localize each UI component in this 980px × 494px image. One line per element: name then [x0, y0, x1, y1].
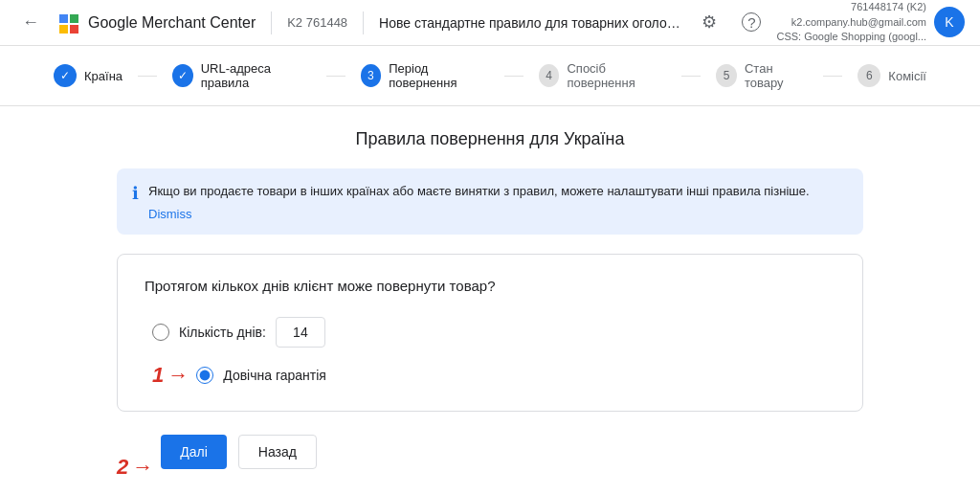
step-url[interactable]: ✓ URL-адреса правила: [157, 61, 326, 90]
step-connector-3: [504, 76, 523, 77]
annotation-1-arrow: →: [167, 363, 189, 388]
step-circle-1: ✓: [54, 64, 77, 87]
step-country[interactable]: ✓ Країна: [38, 64, 138, 87]
svg-rect-3: [70, 25, 78, 34]
info-banner-text: Якщо ви продаєте товари в інших країнах …: [148, 182, 810, 201]
form-card: Протягом кількох днів клієнт може поверн…: [117, 254, 863, 412]
option-days-label: Кількість днів:: [179, 325, 266, 340]
radio-lifetime[interactable]: [196, 367, 213, 384]
step-circle-3: 3: [361, 64, 382, 87]
lifetime-option-row: 1 → Довічна гарантія: [152, 363, 835, 388]
page-title-header: Нове стандартне правило для товарних ого…: [379, 15, 680, 31]
annotation-2-block: 2 →: [117, 455, 153, 480]
annotation-2-label: 2: [117, 455, 128, 480]
back-icon: ←: [22, 12, 39, 33]
next-button[interactable]: Далі: [161, 435, 227, 469]
step-circle-4: 4: [539, 64, 560, 87]
back-button-form[interactable]: Назад: [238, 435, 317, 469]
header-divider: [271, 11, 272, 34]
action-row: Далі Назад: [161, 435, 317, 469]
step-connector-1: [138, 76, 157, 77]
google-shopping-icon: [57, 11, 80, 34]
form-question: Протягом кількох днів клієнт може поверн…: [145, 278, 835, 294]
info-banner: ℹ Якщо ви продаєте товари в інших країна…: [117, 168, 863, 235]
back-button[interactable]: ←: [15, 8, 46, 38]
svg-rect-1: [70, 14, 78, 23]
annotation-1-label: 1: [152, 363, 164, 388]
svg-rect-0: [59, 14, 68, 23]
header-actions: ⚙ ? 761448174 (K2) k2.company.hub@gmail.…: [692, 0, 965, 44]
annotation-1-block: 1 →: [152, 363, 189, 388]
step-condition[interactable]: 5 Стан товару: [701, 61, 823, 90]
main-content: Правила повернення для Україна ℹ Якщо ви…: [78, 106, 902, 494]
stepper: ✓ Країна ✓ URL-адреса правила 3 Період п…: [0, 46, 980, 106]
step-label-5: Стан товару: [745, 61, 808, 90]
step-label-6: Комісії: [888, 69, 926, 83]
step-method[interactable]: 4 Спосіб повернення: [523, 61, 682, 90]
help-button[interactable]: ?: [734, 5, 768, 39]
step-label-3: Період повернення: [389, 61, 489, 90]
option-days[interactable]: Кількість днів:: [152, 317, 835, 348]
option-lifetime-label: Довічна гарантія: [223, 368, 326, 383]
header: ← Google Merchant Center K2 761448 Нове …: [0, 0, 980, 46]
settings-icon: ⚙: [702, 11, 717, 33]
option-lifetime[interactable]: Довічна гарантія: [196, 367, 326, 384]
step-connector-5: [823, 76, 842, 77]
action-row-wrapper: 2 → Далі Назад: [117, 435, 863, 495]
help-icon: ?: [742, 12, 761, 32]
svg-rect-2: [59, 25, 68, 34]
step-connector-4: [681, 76, 701, 77]
step-circle-6: 6: [858, 64, 880, 87]
step-commission[interactable]: 6 Комісії: [842, 64, 942, 87]
info-banner-content: Якщо ви продаєте товари в інших країнах …: [148, 182, 810, 221]
app-logo: Google Merchant Center: [57, 11, 256, 34]
step-label-4: Спосіб повернення: [567, 61, 666, 90]
radio-group: Кількість днів: 1 → Довічна гарантія: [145, 317, 835, 388]
step-circle-5: 5: [716, 64, 737, 87]
account-info: 761448174 (K2) k2.company.hub@gmail.com …: [776, 0, 926, 44]
annotation-2-wrapper: 2 → Далі Назад: [117, 435, 863, 495]
info-icon: ℹ: [132, 183, 139, 204]
form-page-title: Правила повернення для Україна: [117, 129, 863, 149]
dismiss-button[interactable]: Dismiss: [148, 207, 810, 221]
step-label-2: URL-адреса правила: [201, 61, 311, 90]
settings-button[interactable]: ⚙: [692, 5, 726, 39]
account-id: K2 761448: [287, 15, 347, 30]
step-circle-2: ✓: [172, 64, 193, 87]
days-input[interactable]: [276, 317, 325, 348]
annotation-2-arrow: →: [132, 455, 153, 480]
avatar[interactable]: K: [934, 7, 965, 37]
app-name: Google Merchant Center: [88, 14, 256, 32]
step-label-1: Країна: [84, 69, 122, 83]
step-connector-2: [326, 76, 345, 77]
step-period[interactable]: 3 Період повернення: [345, 61, 504, 90]
header-divider2: [363, 11, 364, 34]
radio-days[interactable]: [152, 324, 169, 341]
